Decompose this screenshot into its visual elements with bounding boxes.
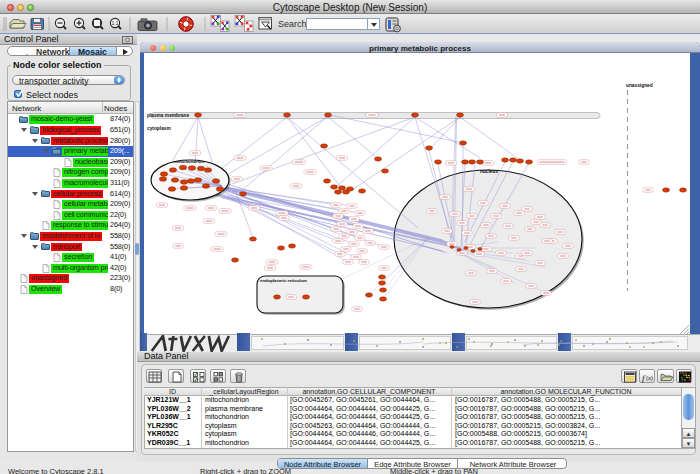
svg-text:(x): (x) xyxy=(646,375,653,381)
svg-text:unassigned: unassigned xyxy=(626,83,653,88)
svg-text:plasma membrane: plasma membrane xyxy=(147,113,189,118)
svg-text:cytoplasm: cytoplasm xyxy=(147,126,171,131)
svg-text:1:1: 1:1 xyxy=(112,20,119,26)
svg-text:endoplasmic reticulum: endoplasmic reticulum xyxy=(260,278,307,283)
svg-text:nucleus: nucleus xyxy=(480,169,498,174)
svg-text:mitochondrion: mitochondrion xyxy=(174,159,204,164)
